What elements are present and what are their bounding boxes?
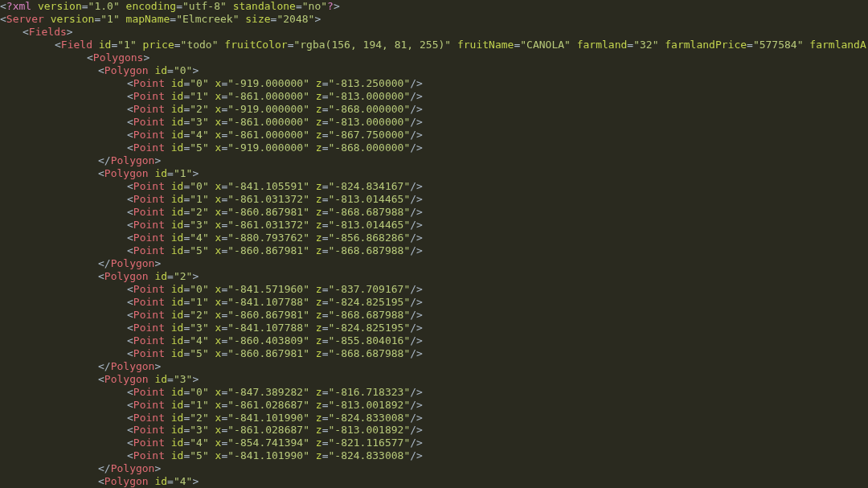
point-tag: <Point id="1" x="-861.028687" z="-813.00… [0,399,868,412]
polygons-tag: <Polygons> [0,51,868,64]
point-tag: <Point id="0" x="-919.000000" z="-813.25… [0,77,868,90]
point-tag: <Point id="5" x="-860.867981" z="-868.68… [0,244,868,257]
fields-tag: <Fields> [0,26,868,39]
polygon-close-tag: </Polygon> [0,257,868,270]
point-tag: <Point id="4" x="-854.741394" z="-821.11… [0,437,868,449]
point-tag: <Point id="2" x="-860.867981" z="-868.68… [0,206,868,219]
field-tag: <Field id="1" price="todo" fruitColor="r… [0,39,868,51]
point-tag: <Point id="4" x="-880.793762" z="-856.86… [0,232,868,244]
server-tag: <Server version="1" mapName="Elmcreek" s… [0,13,868,26]
polygon-open-tag: <Polygon id="0"> [0,64,868,77]
polygon-open-tag: <Polygon id="4"> [0,475,868,488]
point-tag: <Point id="0" x="-841.571960" z="-837.70… [0,283,868,296]
point-tag: <Point id="3" x="-841.107788" z="-824.82… [0,322,868,334]
point-tag: <Point id="5" x="-841.101990" z="-824.83… [0,449,868,462]
point-tag: <Point id="0" x="-841.105591" z="-824.83… [0,180,868,193]
point-tag: <Point id="3" x="-861.031372" z="-813.01… [0,219,868,232]
point-tag: <Point id="1" x="-861.031372" z="-813.01… [0,193,868,206]
point-tag: <Point id="3" x="-861.028687" z="-813.00… [0,424,868,437]
point-tag: <Point id="2" x="-919.000000" z="-868.00… [0,103,868,116]
point-tag: <Point id="4" x="-861.000000" z="-867.75… [0,129,868,141]
point-tag: <Point id="2" x="-860.867981" z="-868.68… [0,309,868,322]
polygon-close-tag: </Polygon> [0,154,868,167]
polygon-close-tag: </Polygon> [0,462,868,475]
point-tag: <Point id="2" x="-841.101990" z="-824.83… [0,412,868,424]
polygon-open-tag: <Polygon id="3"> [0,373,868,386]
xml-source-view: <?xml version="1.0" encoding="utf-8" sta… [0,0,868,488]
point-tag: <Point id="3" x="-861.000000" z="-813.00… [0,116,868,129]
xml-declaration: <?xml version="1.0" encoding="utf-8" sta… [0,0,868,13]
point-tag: <Point id="5" x="-860.867981" z="-868.68… [0,347,868,360]
polygon-close-tag: </Polygon> [0,360,868,373]
point-tag: <Point id="1" x="-841.107788" z="-824.82… [0,296,868,309]
polygon-open-tag: <Polygon id="2"> [0,270,868,283]
point-tag: <Point id="4" x="-860.403809" z="-855.80… [0,334,868,347]
point-tag: <Point id="5" x="-919.000000" z="-868.00… [0,141,868,154]
polygon-open-tag: <Polygon id="1"> [0,167,868,180]
point-tag: <Point id="1" x="-861.000000" z="-813.00… [0,90,868,103]
point-tag: <Point id="0" x="-847.389282" z="-816.71… [0,386,868,399]
